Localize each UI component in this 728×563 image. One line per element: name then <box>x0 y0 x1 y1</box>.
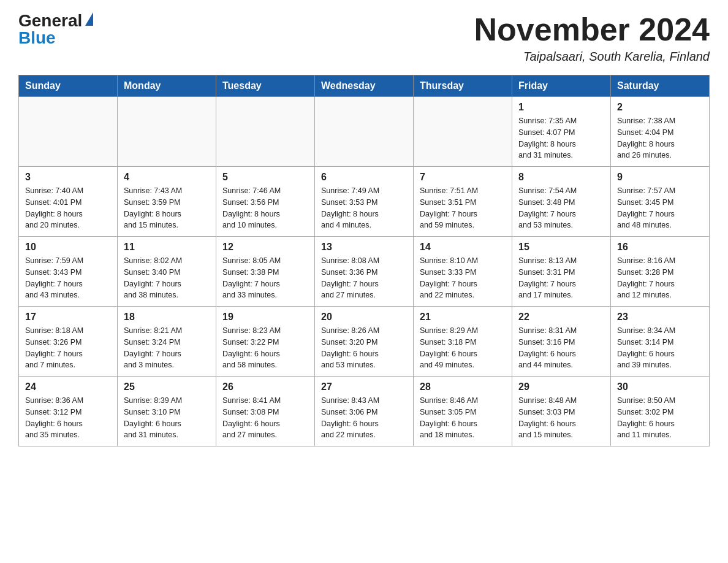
calendar-cell: 10Sunrise: 7:59 AMSunset: 3:43 PMDayligh… <box>19 237 118 307</box>
day-info: Sunrise: 7:51 AMSunset: 3:51 PMDaylight:… <box>420 185 506 231</box>
day-info: Sunrise: 8:05 AMSunset: 3:38 PMDaylight:… <box>222 255 308 301</box>
calendar-cell: 28Sunrise: 8:46 AMSunset: 3:05 PMDayligh… <box>414 377 512 446</box>
calendar-cell <box>19 97 118 167</box>
calendar-cell <box>216 97 315 167</box>
calendar-cell <box>118 97 216 167</box>
day-info: Sunrise: 7:35 AMSunset: 4:07 PMDaylight:… <box>518 115 604 161</box>
calendar-cell: 6Sunrise: 7:49 AMSunset: 3:53 PMDaylight… <box>315 167 414 237</box>
day-info: Sunrise: 8:31 AMSunset: 3:16 PMDaylight:… <box>518 325 604 371</box>
day-number: 17 <box>25 312 111 323</box>
calendar-cell: 16Sunrise: 8:16 AMSunset: 3:28 PMDayligh… <box>611 237 710 307</box>
day-number: 26 <box>222 381 308 393</box>
day-number: 12 <box>222 242 308 253</box>
day-number: 8 <box>518 172 604 183</box>
day-info: Sunrise: 7:54 AMSunset: 3:48 PMDaylight:… <box>518 185 604 231</box>
calendar-cell: 23Sunrise: 8:34 AMSunset: 3:14 PMDayligh… <box>611 307 710 377</box>
calendar-cell: 19Sunrise: 8:23 AMSunset: 3:22 PMDayligh… <box>216 307 315 377</box>
day-number: 6 <box>321 172 407 183</box>
calendar-cell: 12Sunrise: 8:05 AMSunset: 3:38 PMDayligh… <box>216 237 315 307</box>
day-info: Sunrise: 8:39 AMSunset: 3:10 PMDaylight:… <box>124 395 210 441</box>
day-info: Sunrise: 8:50 AMSunset: 3:02 PMDaylight:… <box>617 395 703 441</box>
day-number: 21 <box>420 312 506 323</box>
calendar-cell: 20Sunrise: 8:26 AMSunset: 3:20 PMDayligh… <box>315 307 414 377</box>
calendar-cell <box>315 97 414 167</box>
day-number: 23 <box>617 312 703 323</box>
weekday-header-friday: Friday <box>512 75 611 97</box>
logo-general-text: General <box>18 12 82 29</box>
day-number: 5 <box>222 172 308 183</box>
day-number: 11 <box>124 242 210 253</box>
day-number: 25 <box>124 381 210 393</box>
calendar-cell: 17Sunrise: 8:18 AMSunset: 3:26 PMDayligh… <box>19 307 118 377</box>
calendar-week-row: 24Sunrise: 8:36 AMSunset: 3:12 PMDayligh… <box>19 377 710 446</box>
day-number: 13 <box>321 242 407 253</box>
weekday-header-wednesday: Wednesday <box>315 75 414 97</box>
calendar-cell: 5Sunrise: 7:46 AMSunset: 3:56 PMDaylight… <box>216 167 315 237</box>
calendar-week-row: 1Sunrise: 7:35 AMSunset: 4:07 PMDaylight… <box>19 97 710 167</box>
day-info: Sunrise: 8:41 AMSunset: 3:08 PMDaylight:… <box>222 395 308 441</box>
day-number: 19 <box>222 312 308 323</box>
calendar-cell: 22Sunrise: 8:31 AMSunset: 3:16 PMDayligh… <box>512 307 611 377</box>
day-info: Sunrise: 8:23 AMSunset: 3:22 PMDaylight:… <box>222 325 308 371</box>
day-info: Sunrise: 8:18 AMSunset: 3:26 PMDaylight:… <box>25 325 111 371</box>
day-info: Sunrise: 8:36 AMSunset: 3:12 PMDaylight:… <box>25 395 111 441</box>
calendar-cell: 8Sunrise: 7:54 AMSunset: 3:48 PMDaylight… <box>512 167 611 237</box>
day-number: 29 <box>518 381 604 393</box>
calendar-cell: 29Sunrise: 8:48 AMSunset: 3:03 PMDayligh… <box>512 377 611 446</box>
calendar-week-row: 17Sunrise: 8:18 AMSunset: 3:26 PMDayligh… <box>19 307 710 377</box>
day-info: Sunrise: 8:16 AMSunset: 3:28 PMDaylight:… <box>617 255 703 301</box>
day-number: 3 <box>25 172 111 183</box>
weekday-header-monday: Monday <box>118 75 216 97</box>
day-number: 20 <box>321 312 407 323</box>
day-number: 24 <box>25 381 111 393</box>
day-number: 9 <box>617 172 703 183</box>
calendar-cell: 9Sunrise: 7:57 AMSunset: 3:45 PMDaylight… <box>611 167 710 237</box>
day-number: 1 <box>518 102 604 113</box>
day-info: Sunrise: 8:21 AMSunset: 3:24 PMDaylight:… <box>124 325 210 371</box>
calendar-cell: 7Sunrise: 7:51 AMSunset: 3:51 PMDaylight… <box>414 167 512 237</box>
logo-triangle-icon <box>85 12 93 26</box>
calendar-cell: 27Sunrise: 8:43 AMSunset: 3:06 PMDayligh… <box>315 377 414 446</box>
calendar-header: SundayMondayTuesdayWednesdayThursdayFrid… <box>19 75 710 97</box>
calendar-cell: 26Sunrise: 8:41 AMSunset: 3:08 PMDayligh… <box>216 377 315 446</box>
day-info: Sunrise: 7:43 AMSunset: 3:59 PMDaylight:… <box>124 185 210 231</box>
weekday-header-thursday: Thursday <box>414 75 512 97</box>
day-number: 14 <box>420 242 506 253</box>
day-info: Sunrise: 8:02 AMSunset: 3:40 PMDaylight:… <box>124 255 210 301</box>
day-info: Sunrise: 8:08 AMSunset: 3:36 PMDaylight:… <box>321 255 407 301</box>
title-block: November 2024 Taipalsaari, South Karelia… <box>474 12 710 64</box>
calendar-cell: 21Sunrise: 8:29 AMSunset: 3:18 PMDayligh… <box>414 307 512 377</box>
calendar-location: Taipalsaari, South Karelia, Finland <box>474 50 710 64</box>
day-info: Sunrise: 8:34 AMSunset: 3:14 PMDaylight:… <box>617 325 703 371</box>
logo-blue-text: Blue <box>18 29 56 47</box>
day-info: Sunrise: 8:13 AMSunset: 3:31 PMDaylight:… <box>518 255 604 301</box>
weekday-header-row: SundayMondayTuesdayWednesdayThursdayFrid… <box>19 75 710 97</box>
day-info: Sunrise: 7:46 AMSunset: 3:56 PMDaylight:… <box>222 185 308 231</box>
day-info: Sunrise: 7:49 AMSunset: 3:53 PMDaylight:… <box>321 185 407 231</box>
day-number: 2 <box>617 102 703 113</box>
calendar-cell: 2Sunrise: 7:38 AMSunset: 4:04 PMDaylight… <box>611 97 710 167</box>
day-info: Sunrise: 7:57 AMSunset: 3:45 PMDaylight:… <box>617 185 703 231</box>
calendar-cell: 24Sunrise: 8:36 AMSunset: 3:12 PMDayligh… <box>19 377 118 446</box>
day-info: Sunrise: 8:29 AMSunset: 3:18 PMDaylight:… <box>420 325 506 371</box>
calendar-cell <box>414 97 512 167</box>
day-number: 30 <box>617 381 703 393</box>
calendar-cell: 30Sunrise: 8:50 AMSunset: 3:02 PMDayligh… <box>611 377 710 446</box>
calendar-cell: 4Sunrise: 7:43 AMSunset: 3:59 PMDaylight… <box>118 167 216 237</box>
logo: General Blue <box>18 12 93 47</box>
day-info: Sunrise: 8:46 AMSunset: 3:05 PMDaylight:… <box>420 395 506 441</box>
day-number: 15 <box>518 242 604 253</box>
calendar-cell: 25Sunrise: 8:39 AMSunset: 3:10 PMDayligh… <box>118 377 216 446</box>
calendar-title: November 2024 <box>474 12 710 47</box>
day-info: Sunrise: 7:38 AMSunset: 4:04 PMDaylight:… <box>617 115 703 161</box>
calendar-cell: 1Sunrise: 7:35 AMSunset: 4:07 PMDaylight… <box>512 97 611 167</box>
day-number: 4 <box>124 172 210 183</box>
day-info: Sunrise: 8:10 AMSunset: 3:33 PMDaylight:… <box>420 255 506 301</box>
day-info: Sunrise: 8:43 AMSunset: 3:06 PMDaylight:… <box>321 395 407 441</box>
weekday-header-tuesday: Tuesday <box>216 75 315 97</box>
calendar-cell: 13Sunrise: 8:08 AMSunset: 3:36 PMDayligh… <box>315 237 414 307</box>
day-number: 18 <box>124 312 210 323</box>
weekday-header-saturday: Saturday <box>611 75 710 97</box>
calendar-body: 1Sunrise: 7:35 AMSunset: 4:07 PMDaylight… <box>19 97 710 446</box>
day-info: Sunrise: 7:59 AMSunset: 3:43 PMDaylight:… <box>25 255 111 301</box>
